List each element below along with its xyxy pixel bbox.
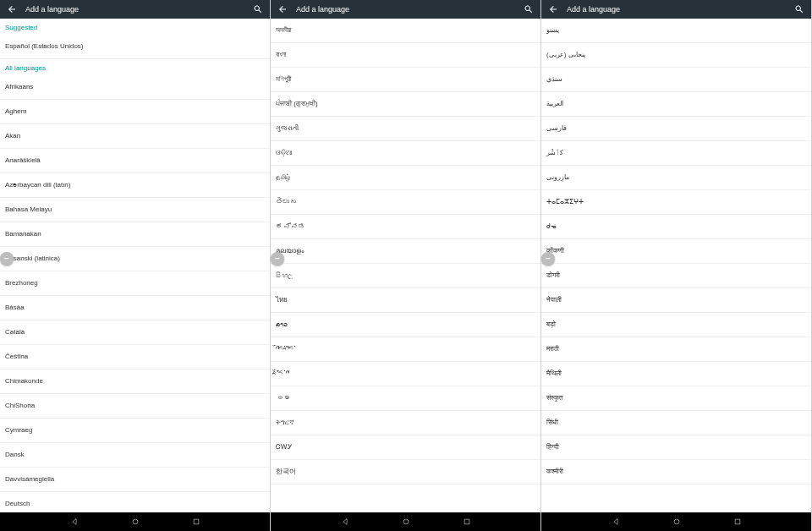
language-item[interactable]: Chimakonde	[0, 370, 270, 394]
svg-rect-1	[194, 519, 199, 524]
language-list: অসমীয়াবাংলামণিপুরীਪੰਜਾਬੀ (ਗੁਰਮੁਖੀ)ગુજરા…	[271, 19, 540, 512]
language-item[interactable]: සිංහල	[271, 264, 540, 288]
language-item[interactable]: Brezhoneg	[0, 271, 270, 296]
language-item[interactable]: Català	[0, 320, 270, 345]
language-item[interactable]: বাংলা	[271, 43, 540, 68]
app-bar: Add a language	[271, 0, 540, 19]
language-item[interactable]: ဗမာ	[271, 386, 540, 411]
language-item[interactable]: बड़ो	[541, 313, 811, 337]
circle-home-icon	[131, 517, 140, 526]
language-item[interactable]: ಕನ್ನಡ	[271, 215, 540, 239]
search-button[interactable]	[251, 3, 265, 16]
language-item[interactable]: سنڌي	[541, 68, 811, 92]
arrow-back-icon	[277, 4, 288, 14]
search-button[interactable]	[522, 3, 535, 16]
language-item[interactable]: नेपाली	[541, 288, 811, 313]
fab-button[interactable]: −	[0, 252, 14, 266]
back-button[interactable]	[5, 3, 19, 16]
language-item[interactable]: Cymraeg	[0, 419, 270, 443]
language-item[interactable]: ትግርኛ	[271, 411, 540, 435]
language-item[interactable]: ᑯᓀ	[541, 215, 811, 239]
language-item[interactable]: کٲشُر	[541, 141, 811, 166]
language-item[interactable]: कश्मीरी	[541, 460, 811, 484]
language-item[interactable]: Bàsàa	[0, 296, 270, 320]
language-item[interactable]: Bosanski (latinica)	[0, 247, 270, 271]
language-list: SuggestedEspañol (Estados Unidos)All lan…	[0, 19, 270, 512]
nav-home[interactable]	[130, 517, 140, 527]
language-item[interactable]: Čeština	[0, 345, 270, 370]
language-item[interactable]: Akan	[0, 124, 270, 149]
nav-bar	[541, 512, 811, 531]
language-item[interactable]: संस्कृत	[541, 386, 811, 411]
language-item[interactable]: ગુજરાતી	[271, 117, 540, 141]
language-item[interactable]: རྫོང་ཁ	[271, 362, 540, 386]
nav-back[interactable]	[611, 517, 621, 527]
search-icon	[253, 4, 263, 14]
language-item[interactable]: Bahasa Melayu	[0, 198, 270, 222]
circle-home-icon	[402, 517, 410, 526]
language-item[interactable]: བོད་སྐད་	[271, 337, 540, 362]
app-bar: Add a language	[0, 0, 270, 19]
language-item[interactable]: العربية	[541, 92, 811, 117]
language-item[interactable]: Español (Estados Unidos)	[0, 35, 270, 59]
language-item[interactable]: پښتو	[541, 19, 811, 43]
language-item[interactable]: ChiShona	[0, 394, 270, 419]
search-icon	[524, 4, 534, 14]
svg-point-4	[674, 519, 679, 524]
minus-icon: −	[546, 255, 551, 263]
language-item[interactable]: ଓଡ଼ିଆ	[271, 141, 540, 166]
language-item[interactable]: پنجابی (عربی)	[541, 43, 811, 68]
minus-icon: −	[275, 255, 280, 263]
language-item[interactable]: Azərbaycan dili (latın)	[0, 173, 270, 198]
language-item[interactable]: Deutsch	[0, 492, 270, 512]
language-item[interactable]: ไทย	[271, 288, 540, 313]
language-item[interactable]: 한국어	[271, 460, 540, 484]
nav-recent[interactable]	[732, 517, 743, 527]
triangle-back-icon	[341, 517, 349, 526]
language-item[interactable]: हिन्दी	[541, 435, 811, 460]
svg-point-2	[403, 519, 409, 524]
language-item[interactable]: ᏣᎳᎩ	[271, 435, 540, 460]
language-item[interactable]: Afrikaans	[0, 75, 270, 100]
search-button[interactable]	[793, 3, 806, 16]
appbar-title: Add a language	[567, 5, 793, 14]
language-item[interactable]: فارسی	[541, 117, 811, 141]
language-item[interactable]: ⵜⴰⵎⴰⵣⵉⵖⵜ	[541, 190, 811, 215]
language-item[interactable]: Dansk	[0, 443, 270, 468]
nav-back[interactable]	[69, 517, 80, 527]
language-item[interactable]: مازِرونی	[541, 166, 811, 190]
section-header: All languages	[0, 59, 270, 75]
nav-home[interactable]	[672, 517, 682, 527]
language-item[interactable]: मैथिली	[541, 362, 811, 386]
language-item[interactable]: डोगरी	[541, 264, 811, 288]
back-button[interactable]	[546, 3, 560, 16]
back-button[interactable]	[276, 3, 289, 16]
language-item[interactable]: ລາວ	[271, 313, 540, 337]
arrow-back-icon	[548, 4, 558, 14]
svg-rect-3	[464, 519, 469, 524]
square-recent-icon	[192, 517, 200, 526]
language-item[interactable]: తెలుగు	[271, 190, 540, 215]
language-item[interactable]: Anarâškielâ	[0, 149, 270, 173]
language-item[interactable]: தமிழ்	[271, 166, 540, 190]
nav-recent[interactable]	[191, 517, 201, 527]
language-item[interactable]: മലയാളം	[271, 239, 540, 264]
fab-button[interactable]: −	[541, 252, 555, 266]
nav-back[interactable]	[340, 517, 350, 527]
language-item[interactable]: ਪੰਜਾਬੀ (ਗੁਰਮੁਖੀ)	[271, 92, 540, 117]
fab-button[interactable]: −	[271, 252, 284, 266]
square-recent-icon	[733, 517, 742, 526]
nav-home[interactable]	[401, 517, 411, 527]
language-item[interactable]: মণিপুরী	[271, 68, 540, 92]
circle-home-icon	[672, 517, 681, 526]
language-item[interactable]: Aghem	[0, 100, 270, 124]
language-item[interactable]: सिंधी	[541, 411, 811, 435]
language-item[interactable]: Davvisámegiella	[0, 468, 270, 492]
language-item[interactable]: कोंकणी	[541, 239, 811, 264]
language-item[interactable]: অসমীয়া	[271, 19, 540, 43]
appbar-title: Add a language	[25, 5, 251, 14]
language-item[interactable]: मराठी	[541, 337, 811, 362]
nav-recent[interactable]	[462, 517, 472, 527]
panel-1: Add a language অসমীয়াবাংলামণিপুরীਪੰਜਾਬੀ…	[271, 0, 541, 531]
language-item[interactable]: Bamanakan	[0, 222, 270, 247]
